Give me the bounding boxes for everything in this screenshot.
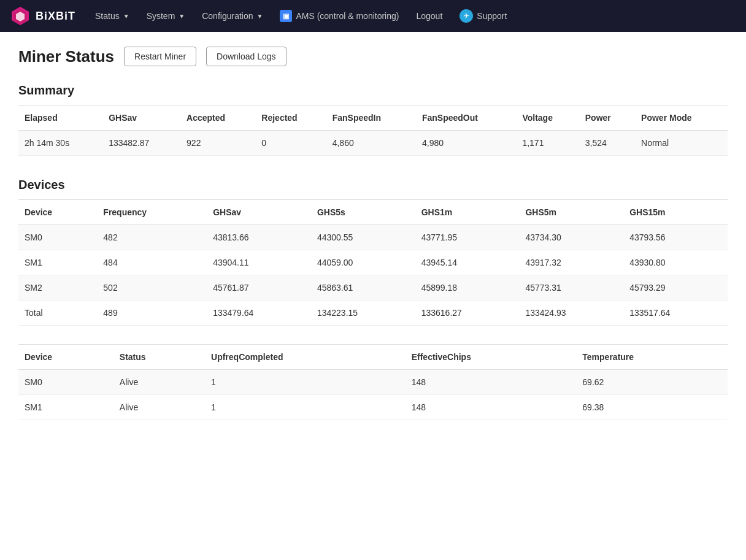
nav-logout[interactable]: Logout bbox=[409, 7, 450, 25]
cell-ghs15m: 43793.56 bbox=[623, 225, 728, 250]
nav-ams[interactable]: ▣ AMS (control & monitoring) bbox=[272, 6, 406, 26]
cell-device: SM0 bbox=[18, 370, 113, 395]
cell-ghs5s: 45863.61 bbox=[311, 275, 415, 301]
main-content: Miner Status Restart Miner Download Logs… bbox=[0, 32, 746, 457]
cell-fanspeedin: 4,860 bbox=[326, 131, 416, 156]
summary-table: Elapsed GHSav Accepted Rejected FanSpeed… bbox=[18, 105, 728, 156]
cell-elapsed: 2h 14m 30s bbox=[18, 131, 102, 156]
col-fanspeedin: FanSpeedIn bbox=[326, 105, 416, 131]
col-ghsav: GHSav bbox=[207, 200, 311, 225]
col-powermode: Power Mode bbox=[635, 105, 728, 131]
cell-device: SM0 bbox=[18, 225, 97, 250]
devices-title: Devices bbox=[18, 178, 728, 192]
logo[interactable]: BiXBiT bbox=[10, 6, 75, 26]
nav-configuration[interactable]: Configuration ▼ bbox=[194, 7, 270, 25]
cell-ghs5m: 133424.93 bbox=[519, 301, 623, 326]
devices-perf-body: SM0 482 43813.66 44300.55 43771.95 43734… bbox=[18, 225, 728, 326]
cell-chips: 148 bbox=[406, 395, 577, 420]
cell-ghsav: 43813.66 bbox=[207, 225, 311, 250]
nav-status[interactable]: Status ▼ bbox=[88, 7, 137, 25]
cell-chips: 148 bbox=[406, 370, 577, 395]
col-frequency: Frequency bbox=[97, 200, 207, 225]
col-status: Status bbox=[113, 345, 205, 370]
table-row: 2h 14m 30s 133482.87 922 0 4,860 4,980 1… bbox=[18, 131, 728, 156]
cell-ghs5s: 44300.55 bbox=[311, 225, 415, 250]
table-row: SM1 Alive 1 148 69.38 bbox=[18, 395, 728, 420]
table-row: SM1 484 43904.11 44059.00 43945.14 43917… bbox=[18, 250, 728, 275]
cell-rejected: 0 bbox=[255, 131, 326, 156]
cell-ghsav: 133479.64 bbox=[207, 301, 311, 326]
col-rejected: Rejected bbox=[255, 105, 326, 131]
col-accepted: Accepted bbox=[180, 105, 255, 131]
cell-ghs5s: 44059.00 bbox=[311, 250, 415, 275]
cell-power: 3,524 bbox=[579, 131, 635, 156]
col-ghsav: GHSav bbox=[102, 105, 180, 131]
col-chips: EffectiveChips bbox=[406, 345, 577, 370]
devices-section: Devices Device Frequency GHSav GHS5s GHS… bbox=[18, 178, 728, 420]
cell-temp: 69.62 bbox=[576, 370, 728, 395]
cell-ghs1m: 43945.14 bbox=[415, 250, 520, 275]
page-title: Miner Status bbox=[18, 47, 114, 66]
logo-text: BiXBiT bbox=[36, 10, 75, 23]
cell-accepted: 922 bbox=[180, 131, 255, 156]
table-row: SM0 482 43813.66 44300.55 43771.95 43734… bbox=[18, 225, 728, 250]
summary-table-header: Elapsed GHSav Accepted Rejected FanSpeed… bbox=[18, 105, 728, 131]
cell-frequency: 489 bbox=[97, 301, 207, 326]
cell-ghs15m: 43930.80 bbox=[623, 250, 728, 275]
cell-fanspeedout: 4,980 bbox=[416, 131, 516, 156]
cell-ghsav: 133482.87 bbox=[102, 131, 180, 156]
nav-support[interactable]: ✈ Support bbox=[452, 6, 514, 26]
cell-frequency: 482 bbox=[97, 225, 207, 250]
col-fanspeedout: FanSpeedOut bbox=[416, 105, 516, 131]
cell-ghs1m: 43771.95 bbox=[415, 225, 520, 250]
col-ghs5m: GHS5m bbox=[519, 200, 623, 225]
devices-status-header: Device Status UpfreqCompleted EffectiveC… bbox=[18, 345, 728, 370]
cell-ghs1m: 45899.18 bbox=[415, 275, 520, 301]
cell-powermode: Normal bbox=[635, 131, 728, 156]
chevron-down-icon: ▼ bbox=[179, 13, 185, 20]
cell-upfreq: 1 bbox=[205, 370, 406, 395]
devices-status-table: Device Status UpfreqCompleted EffectiveC… bbox=[18, 344, 728, 420]
col-temp: Temperature bbox=[576, 345, 728, 370]
download-logs-button[interactable]: Download Logs bbox=[206, 47, 286, 66]
summary-title: Summary bbox=[18, 83, 728, 98]
col-power: Power bbox=[579, 105, 635, 131]
cell-frequency: 502 bbox=[97, 275, 207, 301]
devices-perf-header: Device Frequency GHSav GHS5s GHS1m GHS5m… bbox=[18, 200, 728, 225]
chevron-down-icon: ▼ bbox=[257, 13, 263, 20]
page-header: Miner Status Restart Miner Download Logs bbox=[18, 47, 728, 66]
cell-ghs15m: 133517.64 bbox=[623, 301, 728, 326]
cell-ghs5m: 43917.32 bbox=[519, 250, 623, 275]
cell-upfreq: 1 bbox=[205, 395, 406, 420]
summary-section: Summary Elapsed GHSav Accepted Rejected … bbox=[18, 83, 728, 156]
col-ghs15m: GHS15m bbox=[623, 200, 728, 225]
cell-ghsav: 45761.87 bbox=[207, 275, 311, 301]
col-upfreq: UpfreqCompleted bbox=[205, 345, 406, 370]
table-row: Total 489 133479.64 134223.15 133616.27 … bbox=[18, 301, 728, 326]
navbar: BiXBiT Status ▼ System ▼ Configuration ▼… bbox=[0, 0, 746, 32]
restart-miner-button[interactable]: Restart Miner bbox=[124, 47, 196, 66]
chevron-down-icon: ▼ bbox=[123, 13, 129, 20]
devices-status-body: SM0 Alive 1 148 69.62 SM1 Alive 1 148 69… bbox=[18, 370, 728, 420]
col-device: Device bbox=[18, 345, 113, 370]
devices-perf-table: Device Frequency GHSav GHS5s GHS1m GHS5m… bbox=[18, 199, 728, 326]
cell-device: Total bbox=[18, 301, 97, 326]
cell-ghs5s: 134223.15 bbox=[311, 301, 415, 326]
cell-ghs5m: 45773.31 bbox=[519, 275, 623, 301]
cell-ghs15m: 45793.29 bbox=[623, 275, 728, 301]
cell-status: Alive bbox=[113, 370, 205, 395]
cell-device: SM1 bbox=[18, 250, 97, 275]
nav-system[interactable]: System ▼ bbox=[139, 7, 193, 25]
cell-status: Alive bbox=[113, 395, 205, 420]
cell-ghsav: 43904.11 bbox=[207, 250, 311, 275]
summary-table-body: 2h 14m 30s 133482.87 922 0 4,860 4,980 1… bbox=[18, 131, 728, 156]
cell-device: SM2 bbox=[18, 275, 97, 301]
col-ghs1m: GHS1m bbox=[415, 200, 520, 225]
col-device: Device bbox=[18, 200, 97, 225]
cell-device: SM1 bbox=[18, 395, 113, 420]
cell-temp: 69.38 bbox=[576, 395, 728, 420]
col-ghs5s: GHS5s bbox=[311, 200, 415, 225]
ams-icon: ▣ bbox=[280, 10, 292, 22]
cell-frequency: 484 bbox=[97, 250, 207, 275]
table-row: SM2 502 45761.87 45863.61 45899.18 45773… bbox=[18, 275, 728, 301]
